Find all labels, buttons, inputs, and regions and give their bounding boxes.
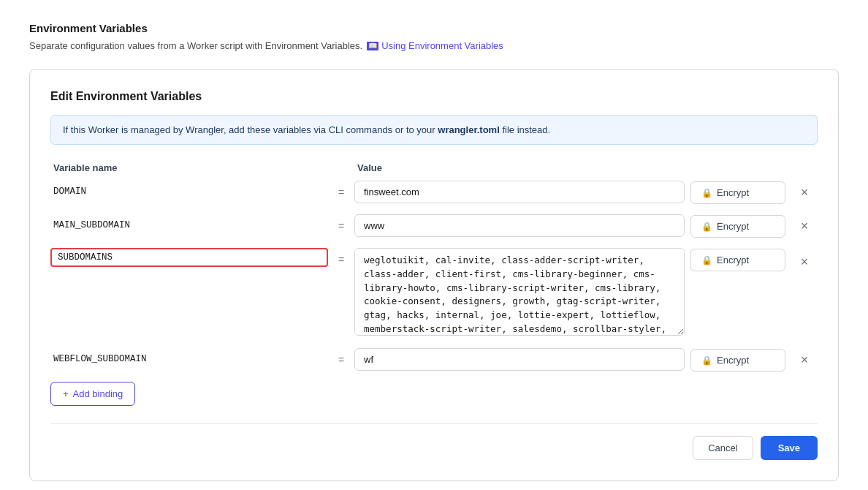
encrypt-button-webflow-subdomain[interactable]: 🔒 Encrypt	[690, 349, 785, 372]
delete-button-webflow-subdomain[interactable]: ×	[791, 349, 818, 371]
encrypt-button-subdomains[interactable]: 🔒 Encrypt	[690, 249, 785, 271]
encrypt-button-main-subdomain[interactable]: 🔒 Encrypt	[690, 215, 785, 238]
page-container: Environment Variables Separate configura…	[29, 22, 839, 481]
table-header: Variable name Value	[50, 162, 818, 173]
var-name-webflow-subdomain: WEBFLOW_SUBDOMAIN	[50, 348, 328, 364]
var-value-webflow-subdomain[interactable]	[354, 348, 685, 371]
var-value-domain[interactable]	[354, 181, 685, 203]
var-value-main-subdomain[interactable]	[354, 214, 685, 237]
env-variables-card: Edit Environment Variables If this Worke…	[29, 69, 839, 481]
equals-sign: =	[334, 248, 349, 265]
page-subtitle: Separate configuration values from a Wor…	[29, 40, 839, 51]
var-name-main-subdomain: MAIN_SUBDOMAIN	[50, 214, 328, 230]
page-title: Environment Variables	[29, 22, 839, 34]
encrypt-button-domain[interactable]: 🔒 Encrypt	[690, 181, 785, 204]
action-bar: Cancel Save	[50, 423, 818, 460]
subtitle-text: Separate configuration values from a Wor…	[29, 40, 362, 51]
table-row: SUBDOMAINS = weglotuikit, cal-invite, cl…	[50, 248, 818, 338]
cancel-button[interactable]: Cancel	[693, 436, 753, 460]
equals-sign: =	[334, 214, 349, 232]
lock-icon: 🔒	[701, 355, 712, 366]
col-value-header: Value	[357, 162, 682, 173]
lock-icon: 🔒	[701, 222, 712, 232]
equals-sign: =	[334, 348, 349, 366]
lock-icon: 🔒	[701, 255, 712, 265]
info-text: If this Worker is managed by Wrangler, a…	[63, 124, 438, 135]
delete-button-subdomains[interactable]: ×	[791, 251, 818, 273]
lock-icon: 🔒	[701, 188, 712, 198]
book-icon: 📖	[367, 42, 378, 50]
add-binding-button[interactable]: + Add binding	[50, 382, 135, 406]
var-value-subdomains[interactable]: weglotuikit, cal-invite, class-adder-scr…	[354, 248, 685, 336]
var-name-subdomains: SUBDOMAINS	[50, 248, 328, 267]
var-name-domain: DOMAIN	[50, 181, 328, 197]
equals-sign: =	[334, 181, 349, 198]
env-variables-link[interactable]: 📖 Using Environment Variables	[367, 40, 503, 51]
delete-button-domain[interactable]: ×	[791, 181, 818, 203]
plus-icon: +	[63, 388, 69, 399]
delete-button-main-subdomain[interactable]: ×	[791, 215, 818, 237]
info-banner: If this Worker is managed by Wrangler, a…	[50, 115, 818, 145]
col-variable-name-header: Variable name	[53, 162, 331, 173]
table-row: WEBFLOW_SUBDOMAIN = 🔒 Encrypt ×	[50, 348, 818, 372]
table-row: MAIN_SUBDOMAIN = 🔒 Encrypt ×	[50, 214, 818, 238]
table-row: DOMAIN = 🔒 Encrypt ×	[50, 181, 818, 204]
subdomains-textarea-wrapper: weglotuikit, cal-invite, class-adder-scr…	[354, 248, 685, 338]
save-button[interactable]: Save	[761, 436, 818, 460]
card-title: Edit Environment Variables	[50, 90, 818, 103]
wrangler-toml-text: wrangler.toml	[438, 124, 500, 135]
info-text2: file instead.	[500, 124, 550, 135]
